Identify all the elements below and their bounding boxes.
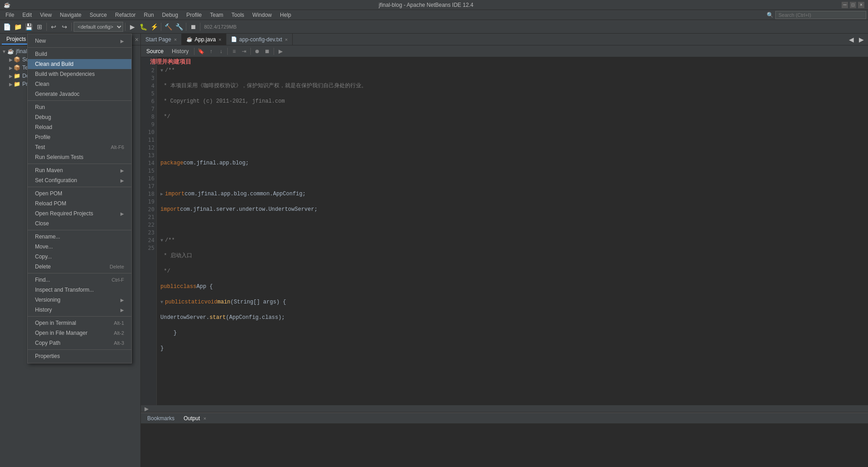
config-dropdown[interactable]: <default config>	[74, 22, 123, 32]
menu-debug[interactable]: Debug	[159, 11, 182, 19]
menu-edit[interactable]: Edit	[19, 11, 35, 19]
app-java-close-icon[interactable]: ×	[219, 37, 221, 42]
ctx-set-config[interactable]: Set Configuration ▶	[28, 175, 131, 185]
ctx-rename[interactable]: Rename...	[28, 232, 131, 242]
start-page-close-icon[interactable]: ×	[174, 37, 177, 42]
format-button[interactable]: ⇥	[239, 47, 249, 56]
run-project-button[interactable]: ▶	[127, 22, 137, 32]
fold-btn-9[interactable]: ▶	[160, 190, 163, 198]
menu-tools[interactable]: Tools	[228, 11, 248, 19]
run-macro-button[interactable]: ▶	[276, 47, 285, 56]
menu-refactor[interactable]: Refactor	[111, 11, 139, 19]
menu-window[interactable]: Window	[249, 11, 275, 19]
ctx-properties[interactable]: Properties	[28, 351, 131, 361]
tab-start-page[interactable]: Start Page ×	[141, 34, 182, 45]
sep-after-selenium	[28, 164, 131, 164]
profile-project-button[interactable]: ⚡	[149, 22, 159, 32]
toggle-linenum-button[interactable]: ≡	[229, 47, 239, 56]
ctx-open-pom[interactable]: Open POM	[28, 189, 131, 199]
context-menu-overlay: New ▶ Build Clean and Build Build with D…	[27, 34, 132, 363]
menu-view[interactable]: View	[36, 11, 55, 19]
redo-button[interactable]: ↪	[60, 22, 70, 32]
record-macro-button[interactable]: ⏺	[253, 47, 262, 56]
ctx-run-maven[interactable]: Run Maven ▶	[28, 165, 131, 175]
ctx-run[interactable]: Run	[28, 102, 131, 112]
clean-build-button[interactable]: 🔧	[174, 22, 184, 32]
tab-output[interactable]: Output ×	[179, 414, 211, 422]
code-content[interactable]: ▼/** * 本项目采用《咖啡授权协议》，保护知识产权，就是在保护我们自己身处的…	[157, 57, 868, 405]
ctx-find[interactable]: Find... Ctrl-F	[28, 275, 131, 285]
title-bar-title: jfinal-blog - Apache NetBeans IDE 12.4	[379, 2, 473, 8]
ctx-generate-javadoc[interactable]: Generate Javadoc	[28, 89, 131, 99]
ctx-delete[interactable]: Delete Delete	[28, 262, 131, 272]
ctx-versioning[interactable]: Versioning ▶	[28, 295, 131, 305]
tab-projects[interactable]: Projects	[2, 35, 30, 45]
panel-close-button[interactable]: ×	[135, 36, 139, 43]
stop-button[interactable]: ⏹	[188, 22, 198, 32]
menu-help[interactable]: Help	[276, 11, 295, 19]
expand-arrow-icon[interactable]: ▶	[145, 406, 149, 412]
ctx-clean-and-build[interactable]: Clean and Build	[28, 59, 131, 69]
history-tab[interactable]: History	[168, 47, 192, 55]
versioning-submenu-icon: ▶	[120, 298, 124, 303]
tab-app-java[interactable]: ☕ App.java ×	[182, 34, 226, 45]
source-tab[interactable]: Source	[143, 47, 167, 55]
ctx-profile[interactable]: Profile	[28, 132, 131, 142]
clean-and-build-tooltip: 清理并构建项目	[150, 58, 191, 66]
ctx-move[interactable]: Move...	[28, 242, 131, 252]
editor-collapse-bar[interactable]: ▶	[141, 405, 868, 412]
ctx-copy-path[interactable]: Copy Path Alt-3	[28, 338, 131, 348]
ctx-inspect-transform[interactable]: Inspect and Transform...	[28, 285, 131, 295]
search-input[interactable]	[775, 11, 866, 19]
fold-btn-1[interactable]: ▼	[160, 67, 163, 75]
undo-button[interactable]: ↩	[49, 22, 59, 32]
app-config-close-icon[interactable]: ×	[285, 37, 288, 42]
set-config-submenu-icon: ▶	[120, 178, 124, 183]
ctx-reload-pom[interactable]: Reload POM	[28, 199, 131, 209]
ctx-history[interactable]: History ▶	[28, 305, 131, 315]
open-project-button[interactable]: 📁	[13, 22, 23, 32]
ctx-reload[interactable]: Reload	[28, 122, 131, 132]
fold-btn-12[interactable]: ▼	[160, 237, 163, 244]
close-window-button[interactable]: ×	[858, 2, 864, 8]
menu-file[interactable]: File	[2, 11, 18, 19]
tab-app-config[interactable]: 📄 app-config-dev.txt ×	[226, 34, 293, 45]
tab-bookmarks[interactable]: Bookmarks	[143, 414, 179, 422]
build-button[interactable]: 🔨	[163, 22, 173, 32]
ctx-new[interactable]: New ▶	[28, 36, 131, 46]
menu-source[interactable]: Source	[86, 11, 110, 19]
menu-run[interactable]: Run	[140, 11, 158, 19]
menu-profile[interactable]: Profile	[183, 11, 205, 19]
ctx-clean[interactable]: Clean	[28, 79, 131, 89]
stop-macro-button[interactable]: ⏹	[263, 47, 272, 56]
toggle-bookmark-button[interactable]: 🔖	[196, 47, 205, 56]
tab-scroll-right[interactable]: ▶	[856, 35, 866, 45]
ctx-test[interactable]: Test Alt-F6	[28, 142, 131, 152]
menu-team[interactable]: Team	[206, 11, 227, 19]
ctx-build-with-deps[interactable]: Build with Dependencies	[28, 69, 131, 79]
next-bookmark-button[interactable]: ↓	[216, 47, 225, 56]
restore-button[interactable]: □	[850, 2, 856, 8]
save-button[interactable]: 💾	[24, 22, 34, 32]
minimize-button[interactable]: ─	[842, 2, 848, 8]
new-file-button[interactable]: 📄	[2, 22, 12, 32]
txt-file-icon: 📄	[231, 36, 237, 42]
save-all-button[interactable]: ⊞	[35, 22, 45, 32]
ctx-build[interactable]: Build	[28, 49, 131, 59]
ctx-open-file-manager[interactable]: Open in File Manager Alt-2	[28, 328, 131, 338]
ctx-run-selenium[interactable]: Run Selenium Tests	[28, 152, 131, 162]
tab-scroll-left[interactable]: ◀	[846, 35, 856, 45]
menu-bar: File Edit View Navigate Source Refactor …	[0, 10, 868, 20]
debug-project-button[interactable]: 🐛	[138, 22, 148, 32]
sep-after-config	[28, 187, 131, 187]
ctx-open-terminal[interactable]: Open in Terminal Alt-1	[28, 318, 131, 328]
ctx-open-required-projects[interactable]: Open Required Projects ▶	[28, 209, 131, 219]
ctx-close[interactable]: Close	[28, 219, 131, 229]
menu-navigate[interactable]: Navigate	[56, 11, 85, 19]
ctx-copy[interactable]: Copy...	[28, 252, 131, 262]
context-menu: New ▶ Build Clean and Build Build with D…	[27, 34, 132, 363]
prev-bookmark-button[interactable]: ↑	[206, 47, 215, 56]
ctx-debug[interactable]: Debug	[28, 112, 131, 122]
fold-btn-16[interactable]: ▼	[160, 298, 163, 306]
output-close-icon[interactable]: ×	[203, 416, 206, 421]
